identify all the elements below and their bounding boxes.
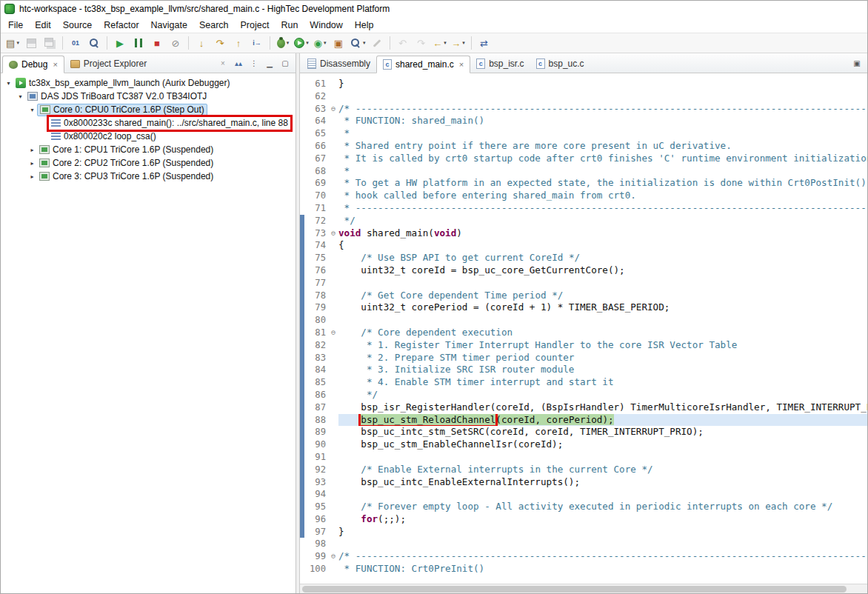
line-number[interactable]: 78	[304, 290, 328, 302]
code-text[interactable]	[338, 538, 867, 550]
code-text[interactable]: * hook called before entering shared_mai…	[338, 190, 867, 202]
menu-run[interactable]: Run	[275, 19, 304, 32]
open-element-icon[interactable]: ▣	[330, 34, 347, 52]
horizontal-scrollbar[interactable]	[300, 584, 867, 593]
code-text[interactable]: {	[338, 239, 867, 252]
disconnect-icon[interactable]: ⊘	[167, 34, 184, 52]
menu-refactor[interactable]: Refactor	[98, 19, 144, 32]
line-number[interactable]: 61	[304, 78, 328, 90]
scrollbar-thumb[interactable]	[302, 586, 847, 593]
tree-node-frame-loop-csa[interactable]: 0x800020c2 loop_csa()	[49, 130, 158, 143]
code-text[interactable]: * 1. Register Timer Interrupt Handler to…	[338, 339, 867, 352]
code-text[interactable]: *	[338, 127, 867, 140]
line-number[interactable]: 69	[304, 177, 328, 190]
line-number[interactable]: 80	[304, 314, 328, 327]
line-number[interactable]: 87	[304, 401, 328, 414]
expander-icon[interactable]: ▾	[27, 107, 37, 113]
tab-shared-main-c[interactable]: cshared_main.c×	[376, 56, 470, 73]
line-number[interactable]: 86	[304, 389, 328, 401]
tree-node-launch[interactable]: tc38x_bsp_example_llvm_launch (Aurix Deb…	[13, 77, 232, 90]
resume-icon[interactable]: ▶	[111, 34, 129, 52]
code-text[interactable]: void shared_main(void)	[338, 227, 867, 240]
code-text[interactable]: * To get a HW platform in an expected st…	[338, 177, 867, 190]
link-editor-icon[interactable]: ⇄	[475, 34, 493, 52]
fold-marker-icon[interactable]: ⊖	[328, 327, 338, 339]
line-number[interactable]: 63	[304, 103, 328, 116]
tree-node-core0[interactable]: Core 0: CPU0 TriCore 1.6P (Step Out)	[37, 104, 207, 116]
line-number[interactable]: 73	[304, 227, 328, 240]
code-text[interactable]	[338, 277, 867, 290]
terminate-icon[interactable]: ■	[148, 34, 166, 52]
code-text[interactable]	[338, 314, 867, 327]
annotation-pencil-icon[interactable]	[368, 34, 386, 52]
fold-marker-icon[interactable]: ⊖	[328, 227, 338, 240]
tab-bsp-isr-c[interactable]: cbsp_isr.c	[470, 55, 530, 73]
code-text[interactable]: uint32_t coreId = bsp_uc_core_GetCurrent…	[338, 264, 867, 277]
line-number[interactable]: 70	[304, 190, 328, 202]
line-number[interactable]: 77	[304, 277, 328, 290]
instruction-stepping-icon[interactable]: i→	[248, 34, 266, 52]
step-into-icon[interactable]: ↓	[193, 34, 210, 52]
code-text[interactable]: * It is called by crt0 startup code afte…	[338, 153, 867, 165]
code-text[interactable]: /* Get Core dependent Time period */	[338, 290, 867, 302]
line-number[interactable]: 83	[304, 352, 328, 364]
tab-project-explorer[interactable]: Project Explorer	[64, 55, 153, 73]
line-number[interactable]: 71	[304, 202, 328, 215]
code-text[interactable]: * FUNCTION: shared_main()	[338, 115, 867, 127]
code-text[interactable]: * --------------------------------------…	[338, 202, 867, 215]
line-number[interactable]: 93	[304, 476, 328, 489]
remove-terminated-icon[interactable]: ×	[216, 56, 230, 70]
line-number[interactable]: 92	[304, 464, 328, 476]
line-number[interactable]: 100	[304, 563, 328, 575]
minimize-icon[interactable]: ▁	[263, 56, 276, 70]
view-menu-icon[interactable]: ⋮	[247, 56, 261, 70]
line-number[interactable]: 67	[304, 153, 328, 165]
line-number[interactable]: 81	[304, 327, 328, 339]
step-return-icon[interactable]: ↑	[230, 34, 247, 52]
line-number[interactable]: 76	[304, 264, 328, 277]
line-number[interactable]: 89	[304, 426, 328, 438]
code-text[interactable]	[338, 90, 867, 103]
maximize-icon[interactable]: ▢	[278, 56, 292, 70]
code-text[interactable]	[338, 451, 867, 464]
line-number[interactable]: 88	[304, 414, 328, 427]
code-text[interactable]: for(;;);	[338, 513, 867, 526]
save-all-icon[interactable]	[41, 34, 59, 52]
line-number[interactable]: 94	[304, 488, 328, 501]
close-icon[interactable]: ×	[53, 60, 57, 69]
tab-bsp-uc-c[interactable]: cbsp_uc.c	[530, 55, 590, 73]
tree-node-core2[interactable]: Core 2: CPU2 TriCore 1.6P (Suspended)	[37, 157, 216, 170]
save-icon[interactable]	[22, 34, 40, 52]
code-text[interactable]: * 3. Initialize SRC ISR router module	[338, 364, 867, 376]
tab-debug[interactable]: Debug×	[2, 56, 64, 73]
code-text[interactable]	[338, 488, 867, 501]
forward-nav-icon[interactable]: →▾	[450, 34, 467, 52]
close-icon[interactable]: ×	[459, 60, 464, 69]
binary-console-icon[interactable]: 01	[67, 34, 84, 52]
code-text[interactable]: /* -------------------------------------…	[338, 550, 867, 563]
code-text[interactable]: */	[338, 215, 867, 227]
code-text[interactable]: uint32_t corePeriod = (coreId + 1) * TIM…	[338, 301, 867, 314]
profile-config-icon[interactable]: ◉▾	[311, 34, 329, 52]
fold-marker-icon[interactable]: ⊖	[328, 550, 338, 563]
expander-icon[interactable]: ▾	[16, 93, 25, 100]
expander-icon[interactable]: ▸	[27, 147, 37, 153]
line-number[interactable]: 64	[304, 115, 328, 127]
debug-config-icon[interactable]: ▾	[274, 34, 292, 52]
line-number[interactable]: 62	[304, 90, 328, 103]
code-text[interactable]: bsp_uc_intc_stm_SetSRC(coreId, coreId, T…	[338, 426, 867, 438]
tree-node-core1[interactable]: Core 1: CPU1 TriCore 1.6P (Suspended)	[37, 144, 216, 156]
fold-marker-icon[interactable]: ⊖	[328, 103, 338, 116]
code-text[interactable]: * FUNCTION: Crt0PreInit()	[338, 563, 867, 575]
line-number[interactable]: 85	[304, 376, 328, 389]
inspect-memory-icon[interactable]	[85, 34, 103, 52]
tree-node-frame-shared-main[interactable]: 0x8000233c shared_main(): ../src/shared_…	[49, 117, 290, 130]
line-number[interactable]: 90	[304, 438, 328, 451]
line-number[interactable]: 97	[304, 526, 328, 538]
back-history-icon[interactable]: ↶	[394, 34, 412, 52]
code-text[interactable]: /* Forever empty loop - All activity exe…	[338, 501, 867, 513]
menu-project[interactable]: Project	[235, 19, 276, 32]
search-dropdown-icon[interactable]: ▾	[348, 34, 367, 52]
line-number[interactable]: 68	[304, 165, 328, 178]
code-text[interactable]: * 4. Enable STM timer interrupt and star…	[338, 376, 867, 389]
